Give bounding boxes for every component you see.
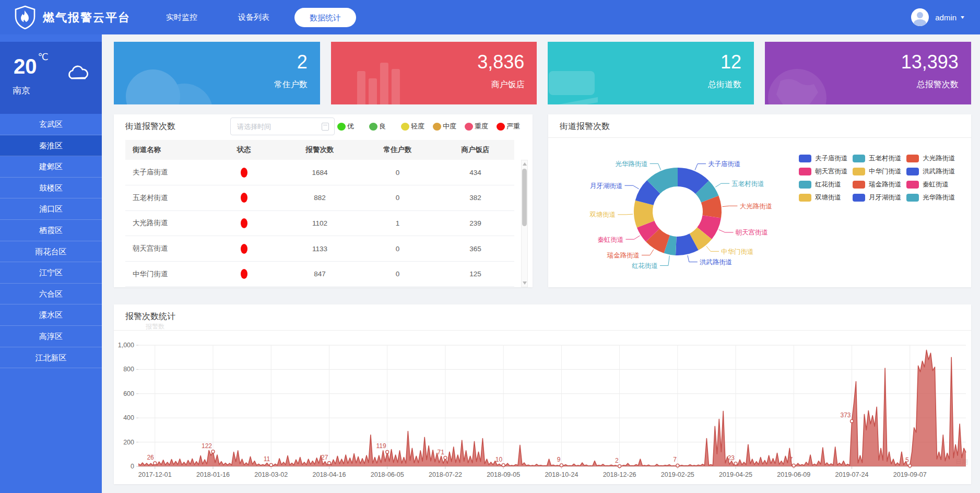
nav-tab-2[interactable]: 设备列表 bbox=[222, 13, 285, 22]
donut-legend-item[interactable]: 光华路街道 bbox=[906, 193, 960, 202]
line-chart: 02004006008001,0002017-12-012018-01-1620… bbox=[114, 304, 971, 484]
aq-label: 良 bbox=[379, 122, 386, 131]
x-tick-label: 2019-04-25 bbox=[719, 471, 752, 478]
donut-legend-item[interactable]: 秦虹街道 bbox=[906, 180, 960, 189]
scrollbar-thumb[interactable] bbox=[522, 169, 527, 226]
table-row[interactable]: 朝天宫街道11330365 bbox=[125, 236, 514, 262]
scroll-down-icon[interactable] bbox=[523, 281, 527, 285]
point-value-label: 27 bbox=[321, 454, 328, 461]
cell-alarms: 847 bbox=[281, 261, 359, 287]
x-tick-label: 2018-12-26 bbox=[603, 471, 636, 478]
point-value-label: 119 bbox=[376, 442, 386, 450]
legend-label: 大光路街道 bbox=[923, 154, 955, 163]
donut-legend-item[interactable]: 夫子庙街道 bbox=[799, 154, 853, 163]
cell-street: 大光路街道 bbox=[125, 210, 207, 236]
legend-swatch bbox=[799, 155, 811, 162]
cell-alarms: 1133 bbox=[281, 236, 359, 262]
point-value-label: 2 bbox=[615, 457, 619, 464]
label-line bbox=[642, 250, 654, 255]
donut-legend-item[interactable]: 五老村街道 bbox=[853, 154, 906, 163]
table-row[interactable]: 大光路街道11021239 bbox=[125, 210, 514, 236]
donut-legend-item[interactable]: 月牙湖街道 bbox=[853, 193, 906, 202]
legend-label: 光华路街道 bbox=[923, 193, 955, 202]
scroll-up-icon[interactable] bbox=[523, 162, 527, 166]
donut-legend-item[interactable]: 大光路街道 bbox=[906, 154, 960, 163]
status-dot bbox=[241, 269, 247, 279]
legend-swatch bbox=[799, 168, 811, 175]
sidebar-district-item[interactable]: 江北新区 bbox=[0, 347, 102, 369]
user-avatar[interactable] bbox=[911, 8, 929, 26]
donut-legend-item[interactable]: 双塘街道 bbox=[799, 193, 853, 202]
y-axis-name: 报警数 bbox=[145, 323, 164, 330]
aq-dot-icon bbox=[465, 123, 473, 131]
table-row[interactable]: 夫子庙街道16840434 bbox=[125, 160, 514, 185]
donut-legend-item[interactable]: 红花街道 bbox=[799, 180, 853, 189]
donut-label: 中华门街道 bbox=[721, 248, 754, 255]
legend-label: 五老村街道 bbox=[869, 154, 902, 163]
aq-dot-icon bbox=[401, 123, 409, 131]
cell-merchants: 365 bbox=[436, 236, 514, 262]
sidebar-district-item[interactable]: 溧水区 bbox=[0, 304, 102, 326]
card-label: 商户饭店 bbox=[491, 79, 524, 90]
weather-widget: 20℃ 南京 bbox=[0, 42, 102, 114]
cell-street: 朝天宫街道 bbox=[125, 236, 207, 262]
x-tick-label: 2017-12-01 bbox=[138, 471, 172, 478]
app-title: 燃气报警云平台 bbox=[43, 10, 131, 26]
sidebar-district-item[interactable]: 雨花台区 bbox=[0, 241, 102, 263]
sidebar-district-item[interactable]: 鼓楼区 bbox=[0, 178, 102, 199]
nav-tab-1[interactable]: 实时监控 bbox=[150, 13, 213, 22]
donut-legend-item[interactable]: 中华门街道 bbox=[853, 167, 906, 176]
cell-status bbox=[207, 185, 281, 211]
sidebar-district-item[interactable]: 建邺区 bbox=[0, 156, 102, 178]
card-label: 总街道数 bbox=[708, 79, 741, 90]
donut-label: 双塘街道 bbox=[589, 211, 616, 218]
stat-card-2: 3,836商户饭店 bbox=[331, 42, 537, 104]
date-picker-input[interactable]: 请选择时间 bbox=[230, 118, 335, 135]
street-table-wrap: 街道名称状态报警次数常住户数商户饭店 夫子庙街道16840434五老村街道882… bbox=[125, 140, 521, 287]
aq-legend-item: 轻度 bbox=[401, 122, 433, 131]
cell-alarms: 1102 bbox=[281, 210, 359, 236]
donut-panel-title: 街道报警次数 bbox=[560, 121, 610, 132]
table-row[interactable]: 中华门街道8470125 bbox=[125, 261, 514, 287]
sidebar-district-item[interactable]: 玄武区 bbox=[0, 114, 102, 135]
donut-label: 瑞金路街道 bbox=[607, 252, 640, 259]
username: admin bbox=[935, 13, 957, 22]
y-tick-label: 1,000 bbox=[118, 342, 134, 349]
status-dot bbox=[241, 193, 247, 203]
donut-legend: 夫子庙街道五老村街道大光路街道朝天宫街道中华门街道洪武路街道红花街道瑞金路街道秦… bbox=[799, 152, 960, 204]
card-value: 13,393 bbox=[901, 51, 959, 73]
sidebar-district-item[interactable]: 秦淮区 bbox=[0, 135, 102, 157]
aq-dot-icon bbox=[433, 123, 441, 131]
calendar-icon bbox=[322, 123, 329, 131]
donut-legend-row: 红花街道瑞金路街道秦虹街道 bbox=[799, 178, 960, 191]
legend-label: 中华门街道 bbox=[869, 167, 902, 176]
y-tick-label: 200 bbox=[123, 439, 134, 446]
sidebar-district-item[interactable]: 浦口区 bbox=[0, 198, 102, 220]
donut-legend-row: 朝天宫街道中华门街道洪武路街道 bbox=[799, 165, 960, 178]
col-header: 常住户数 bbox=[359, 140, 436, 160]
table-scrollbar[interactable] bbox=[521, 160, 528, 287]
user-area[interactable]: admin ▼ bbox=[911, 0, 965, 34]
sidebar-district-item[interactable]: 江宁区 bbox=[0, 262, 102, 284]
cell-alarms: 1684 bbox=[281, 160, 359, 185]
stat-card-1: 2常住户数 bbox=[114, 42, 320, 104]
cell-residents: 0 bbox=[359, 160, 436, 185]
table-row[interactable]: 五老村街道8820382 bbox=[125, 185, 514, 211]
sidebar-district-item[interactable]: 高淳区 bbox=[0, 326, 102, 347]
aq-label: 严重 bbox=[506, 122, 520, 131]
label-line bbox=[722, 206, 737, 206]
col-header: 状态 bbox=[207, 140, 281, 160]
cell-status bbox=[207, 210, 281, 236]
donut-legend-item[interactable]: 洪武路街道 bbox=[906, 167, 960, 176]
nav-tab-3[interactable]: 数据统计 bbox=[294, 8, 356, 27]
aq-legend-item: 严重 bbox=[497, 122, 528, 131]
sidebar-district-item[interactable]: 六合区 bbox=[0, 284, 102, 305]
donut-legend-item[interactable]: 瑞金路街道 bbox=[853, 180, 906, 189]
legend-swatch bbox=[853, 168, 865, 175]
sidebar-district-item[interactable]: 栖霞区 bbox=[0, 220, 102, 241]
cell-street: 夫子庙街道 bbox=[125, 160, 207, 185]
legend-label: 双塘街道 bbox=[815, 193, 841, 202]
donut-legend-item[interactable]: 朝天宫街道 bbox=[799, 167, 853, 176]
donut-label: 大光路街道 bbox=[739, 203, 772, 210]
cell-merchants: 382 bbox=[436, 185, 514, 211]
